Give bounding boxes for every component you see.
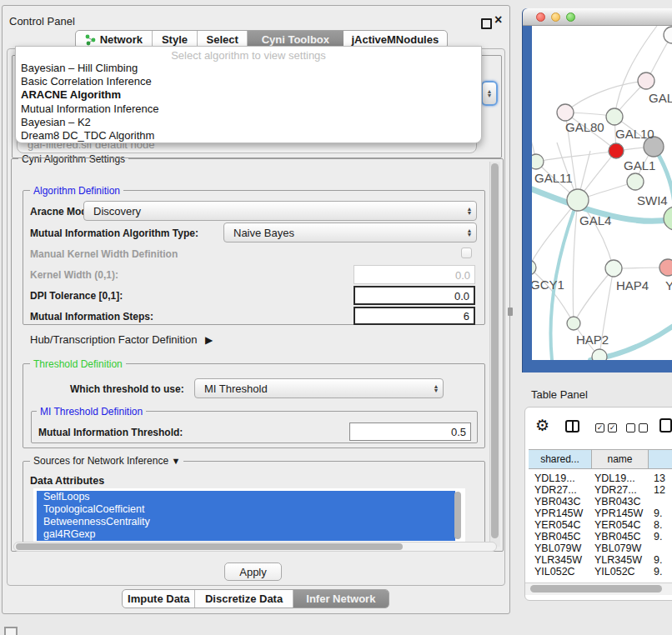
attribute-item[interactable]: BetweennessCentrality xyxy=(37,516,455,528)
kernel-width-field[interactable]: 0.0 xyxy=(354,265,475,284)
table-cell[interactable]: YLR345W xyxy=(594,554,642,566)
new-table-icon[interactable] xyxy=(659,418,672,432)
algorithm-option[interactable]: Mutual Information Inference xyxy=(16,102,481,116)
kernel-width-label: Kernel Width (0,1): xyxy=(30,269,118,281)
table-cell[interactable]: YBL079W xyxy=(534,542,581,554)
table-cell[interactable]: 9. xyxy=(654,554,662,566)
network-graph: GAL GAL80 GAL10 GAL1 GAL11 SWI4 GAL4 GCY… xyxy=(532,26,672,360)
table-cell[interactable]: YLR345W xyxy=(534,554,582,566)
node-gal1[interactable] xyxy=(609,143,624,158)
node-swi4[interactable] xyxy=(627,173,644,190)
control-panel-title: Control Panel xyxy=(9,15,75,28)
table-cell[interactable]: 9. xyxy=(654,566,662,578)
tab-discretize-data[interactable]: Discretize Data xyxy=(195,590,293,608)
mi-algorithm-type-label: Mutual Information Algorithm Type: xyxy=(30,228,198,239)
table-cell[interactable]: YBR043C xyxy=(534,496,581,508)
algorithm-option[interactable]: Basic Correlation Inference xyxy=(16,75,481,88)
unchecked-checkbox-icon[interactable] xyxy=(639,423,648,432)
table-cell[interactable]: YBR045C xyxy=(534,531,581,542)
mi-algorithm-type-combo[interactable]: Naive Bayes ▲▼ xyxy=(223,222,477,242)
tab-network-label: Network xyxy=(100,33,143,46)
table-cell[interactable]: YIL052C xyxy=(594,566,635,578)
algorithm-option[interactable]: Bayesian – K2 xyxy=(16,116,481,129)
tab-infer-network-label: Infer Network xyxy=(306,592,375,605)
algorithm-option[interactable]: Bayesian – Hill Climbing xyxy=(16,62,481,75)
node-gal[interactable] xyxy=(638,72,654,89)
settings-hscrollbar-thumb[interactable] xyxy=(16,543,403,550)
attribute-item[interactable]: gal4RGexp xyxy=(37,528,455,541)
table-cell[interactable]: YBL079W xyxy=(594,542,641,554)
node[interactable] xyxy=(664,27,672,43)
dpi-tolerance-field[interactable]: 0.0 xyxy=(354,286,475,305)
table-cell[interactable]: YPR145W xyxy=(594,508,643,519)
table-cell[interactable]: YDL19... xyxy=(594,472,635,484)
close-window-icon[interactable]: × xyxy=(494,12,502,28)
table-cell[interactable]: 13 xyxy=(654,472,665,484)
node-label: GAL10 xyxy=(615,127,654,141)
sources-group-title[interactable]: Sources for Network Inference ▼ xyxy=(30,455,183,467)
zoom-traffic-light-icon[interactable] xyxy=(566,12,575,22)
algorithm-option-selected[interactable]: ARACNE Algorithm xyxy=(16,88,481,102)
checked-checkbox-icon[interactable]: ✓ xyxy=(595,423,604,432)
close-traffic-light-icon[interactable] xyxy=(536,12,545,22)
float-window-icon[interactable] xyxy=(481,18,492,29)
table-hscrollbar-thumb[interactable] xyxy=(530,585,662,592)
unchecked-checkbox-icon[interactable] xyxy=(626,423,635,432)
manual-kernel-width-label: Manual Kernel Width Definition xyxy=(30,248,178,260)
column-header-name[interactable]: name xyxy=(592,449,649,469)
settings-scrollbar-thumb[interactable] xyxy=(491,163,499,538)
table-cell[interactable]: YPR145W xyxy=(534,508,583,519)
apply-button[interactable]: Apply xyxy=(224,562,282,581)
node[interactable] xyxy=(592,349,607,360)
node-label: GAL80 xyxy=(565,120,604,134)
which-threshold-combo[interactable]: MI Threshold ▲▼ xyxy=(194,378,444,398)
attribute-item[interactable]: TopologicalCoefficient xyxy=(37,503,455,516)
split-columns-icon[interactable] xyxy=(565,420,579,432)
table-cell[interactable]: YBR045C xyxy=(594,531,641,542)
table-cell[interactable]: YDR27... xyxy=(534,484,577,496)
table-cell[interactable]: 9. xyxy=(654,531,662,542)
column-header-shared-name[interactable]: shared... xyxy=(529,449,592,469)
algorithm-definition-title: Algorithm Definition xyxy=(30,185,123,197)
table-cell[interactable]: 8. xyxy=(654,519,662,531)
mi-algorithm-type-value: Naive Bayes xyxy=(224,227,463,239)
node-gcy1[interactable] xyxy=(532,260,536,275)
node-salmon[interactable] xyxy=(659,259,672,276)
node-hap4[interactable] xyxy=(605,260,622,277)
table-cell[interactable]: YIL052C xyxy=(534,566,575,578)
node-gal80[interactable] xyxy=(557,104,574,121)
node-big-green[interactable] xyxy=(664,207,672,230)
table-cell[interactable]: 9. xyxy=(654,508,662,519)
tab-discretize-data-label: Discretize Data xyxy=(205,592,283,605)
mi-threshold-field[interactable]: 0.5 xyxy=(349,422,471,441)
manual-kernel-width-checkbox[interactable] xyxy=(461,248,472,258)
column-header-partial[interactable] xyxy=(649,449,672,469)
column-header-label: name xyxy=(607,453,632,465)
node-gal4[interactable] xyxy=(567,189,589,211)
splitter-handle[interactable] xyxy=(508,308,513,316)
tab-impute-data[interactable]: Impute Data xyxy=(123,590,195,608)
table-cell[interactable]: YER054C xyxy=(594,519,641,531)
table-cell[interactable]: 12 xyxy=(654,484,665,496)
node-hap2[interactable] xyxy=(567,317,580,330)
checked-checkbox-icon[interactable]: ✓ xyxy=(608,423,617,432)
table-settings-gear-icon[interactable]: ⚙ xyxy=(535,416,549,435)
minimize-traffic-light-icon[interactable] xyxy=(551,12,560,22)
table-cell[interactable]: YBR043C xyxy=(594,496,641,508)
network-canvas[interactable]: GAL GAL80 GAL10 GAL1 GAL11 SWI4 GAL4 GCY… xyxy=(532,26,672,360)
aracne-mode-combo[interactable]: Discovery ▲▼ xyxy=(83,201,477,221)
tab-infer-network[interactable]: Infer Network xyxy=(293,590,389,608)
table-cell[interactable]: YDL19... xyxy=(534,472,575,484)
bottom-corner-box xyxy=(4,627,18,635)
table-cell[interactable]: YDR27... xyxy=(594,484,637,496)
mi-threshold-group-title: MI Threshold Definition xyxy=(37,406,146,418)
algorithm-option[interactable]: Dream8 DC_TDC Algorithm xyxy=(16,129,481,142)
node-gal10[interactable] xyxy=(606,108,623,125)
attributes-scrollbar-thumb[interactable] xyxy=(454,492,461,539)
table-cell[interactable]: YER054C xyxy=(534,519,581,531)
algorithm-combo-stepper[interactable]: ▲▼ xyxy=(481,81,498,106)
node-gal11[interactable] xyxy=(532,154,544,169)
attribute-item[interactable]: SelfLoops xyxy=(37,491,455,503)
mi-steps-field[interactable]: 6 xyxy=(354,307,475,325)
hub-definition-toggle[interactable]: Hub/Transcription Factor Definition ▶ xyxy=(30,333,213,346)
